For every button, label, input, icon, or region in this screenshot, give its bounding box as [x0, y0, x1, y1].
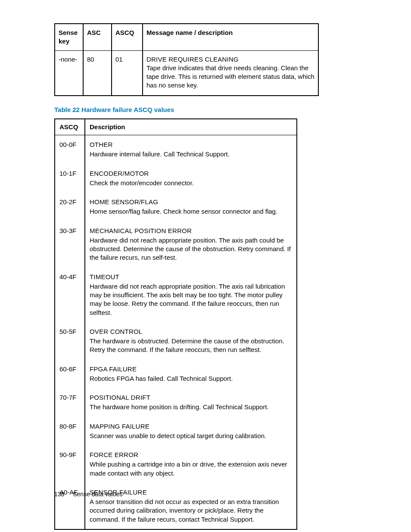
table-row: 00-0FOTHERHardware internal failure. Cal… [55, 135, 297, 164]
cell-description: MECHANICAL POSITION ERRORHardware did no… [85, 221, 297, 268]
row-desc: The hardware home position is drifting. … [90, 403, 292, 411]
col-description: Description [85, 119, 297, 135]
cell-ascq: 10-1F [55, 164, 85, 193]
row-desc: Hardware internal failure. Call Technica… [90, 150, 292, 159]
table-row: 90-9FFORCE ERRORWhile pushing a cartridg… [55, 445, 297, 483]
cell-ascq: 30-3F [55, 221, 85, 268]
row-title: ENCODER/MOTOR [90, 169, 292, 178]
cell-ascq: 00-0F [55, 135, 85, 164]
row-title: MECHANICAL POSITION ERROR [90, 227, 292, 235]
table-row: A0-AFSENSOR FAILUREA sensor transition d… [55, 483, 297, 529]
table-row: 10-1FENCODER/MOTORCheck the motor/encode… [55, 164, 297, 193]
row-title: OTHER [90, 140, 292, 149]
ascq-values-table: ASCQ Description 00-0FOTHERHardware inte… [54, 118, 297, 530]
row-title: TIMEOUT [90, 273, 292, 281]
table-row: 80-8FMAPPING FAILUREScanner was unable t… [55, 417, 297, 446]
section-title: Sense data values [73, 491, 122, 498]
page-container: Sense key ASC ASCQ Message name / descri… [0, 0, 411, 532]
col-message: Message name / description [143, 24, 318, 50]
table-row: 50-5FOVER CONTROLThe hardware is obstruc… [55, 322, 297, 360]
table-row: 40-4FTIMEOUTHardware did not reach appro… [55, 268, 297, 322]
cell-sense: -none- [55, 50, 83, 96]
message-title: DRIVE REQUIRES CLEANING [146, 55, 314, 64]
row-desc: The hardware is obstructed. Determine th… [90, 337, 292, 355]
cell-description: TIMEOUTHardware did not reach appropriat… [85, 268, 297, 322]
col-ascq: ASCQ [55, 119, 85, 135]
page-footer: 138 Sense data values [54, 490, 122, 498]
table-header-row: Sense key ASC ASCQ Message name / descri… [55, 24, 318, 50]
row-desc: Robotics FPGA has failed. Call Technical… [90, 374, 292, 383]
row-title: HOME SENSOR/FLAG [90, 198, 292, 206]
row-desc: Home sensor/flag failure. Check home sen… [90, 207, 292, 216]
cell-description: MAPPING FAILUREScanner was unable to det… [85, 417, 297, 446]
row-title: FORCE ERROR [90, 451, 292, 459]
cell-ascq: 60-6F [55, 360, 85, 389]
row-title: FPGA FAILURE [90, 365, 292, 373]
cell-description: OVER CONTROLThe hardware is obstructed. … [85, 322, 297, 360]
row-desc: Check the motor/encoder connector. [90, 179, 292, 187]
table-row: -none- 80 01 DRIVE REQUIRES CLEANING Tap… [55, 50, 318, 96]
row-title: OVER CONTROL [90, 327, 292, 336]
cell-ascq: 70-7F [55, 388, 85, 417]
cell-ascq: A0-AF [55, 483, 85, 529]
table-row: 70-7FPOSITIONAL DRIFTThe hardware home p… [55, 388, 297, 417]
cell-ascq: 40-4F [55, 268, 85, 322]
col-sense-key: Sense key [55, 24, 83, 50]
table-header-row: ASCQ Description [55, 119, 297, 135]
table-row: 20-2FHOME SENSOR/FLAGHome sensor/flag fa… [55, 193, 297, 221]
table-row: 30-3FMECHANICAL POSITION ERRORHardware d… [55, 221, 297, 268]
cell-ascq: 50-5F [55, 322, 85, 360]
cell-ascq: 01 [112, 50, 143, 96]
cell-description: FPGA FAILURERobotics FPGA has failed. Ca… [85, 360, 297, 389]
cell-ascq: 90-9F [55, 445, 85, 483]
col-asc: ASC [83, 24, 112, 50]
cell-asc: 80 [83, 50, 112, 96]
page-number: 138 [54, 490, 64, 498]
cell-ascq: 80-8F [55, 417, 85, 446]
cell-description: FORCE ERRORWhile pushing a cartridge int… [85, 445, 297, 483]
cell-message: DRIVE REQUIRES CLEANING Tape drive indic… [143, 50, 318, 96]
table-row: 60-6FFPGA FAILURERobotics FPGA has faile… [55, 360, 297, 389]
row-title: MAPPING FAILURE [90, 422, 292, 431]
col-ascq: ASCQ [112, 24, 143, 50]
row-desc: Hardware did not reach appropriate posit… [90, 236, 292, 262]
cell-description: HOME SENSOR/FLAGHome sensor/flag failure… [85, 193, 297, 221]
cell-description: SENSOR FAILUREA sensor transition did no… [85, 483, 297, 529]
row-desc: Hardware did not reach appropriate posit… [90, 282, 292, 317]
cell-ascq: 20-2F [55, 193, 85, 221]
cell-description: ENCODER/MOTORCheck the motor/encoder con… [85, 164, 297, 193]
cell-description: POSITIONAL DRIFTThe hardware home positi… [85, 388, 297, 417]
row-desc: While pushing a cartridge into a bin or … [90, 460, 292, 478]
row-title: POSITIONAL DRIFT [90, 393, 292, 402]
table-caption: Table 22 Hardware failure ASCQ values [54, 106, 357, 114]
row-desc: A sensor transition did not occur as exp… [90, 498, 292, 524]
sense-key-table: Sense key ASC ASCQ Message name / descri… [54, 23, 319, 96]
message-desc: Tape drive indicates that drive needs cl… [146, 64, 314, 90]
cell-description: OTHERHardware internal failure. Call Tec… [85, 135, 297, 164]
row-desc: Scanner was unable to detect optical tar… [90, 432, 292, 440]
